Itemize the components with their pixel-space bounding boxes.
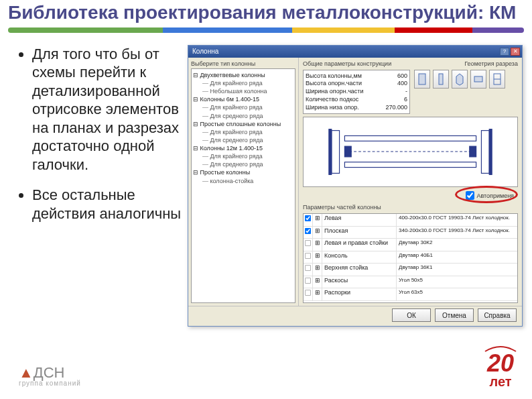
row-name: Распорки xyxy=(322,288,397,300)
parts-grid[interactable]: ⊞Левая400-200x30.0 ГОСТ 19903-74 Лист хо… xyxy=(303,213,518,303)
tree-node[interactable]: Небольшая колонна xyxy=(202,87,293,95)
bullet-item: Для того что бы от схемы перейти к детал… xyxy=(32,45,188,174)
view-top-button[interactable] xyxy=(470,70,486,89)
tree-label: Выберите тип колонны xyxy=(191,60,295,67)
row-checkbox[interactable] xyxy=(305,240,311,246)
parts-label: Параметры частей колонны xyxy=(303,204,518,211)
view-toolbar xyxy=(414,70,518,114)
row-name: Плоская xyxy=(322,227,397,239)
row-name: Консоль xyxy=(322,251,397,264)
tree-node[interactable]: Простые сплошные колонны xyxy=(193,120,293,128)
row-name: Левая xyxy=(322,214,397,226)
row-value: Двутавр 40Б1 xyxy=(397,251,517,264)
table-row[interactable]: ⊞КонсольДвутавр 40Б1 xyxy=(304,251,517,264)
param-row[interactable]: Ширина низа опор.270.000 xyxy=(306,104,407,112)
type-tree[interactable]: Двухветвевые колонныДля крайнего рядаНеб… xyxy=(191,68,295,303)
tree-node[interactable]: Для крайнего ряда xyxy=(202,128,293,136)
tree-node[interactable]: Для среднего ряда xyxy=(202,160,293,168)
table-row[interactable]: ⊞Левая и правая стойкиДвутавр 30К2 xyxy=(304,239,517,251)
row-value: Угол 63x5 xyxy=(397,288,517,300)
tree-node[interactable]: Колонны 12м 1.400-15 xyxy=(193,144,293,152)
row-value: Угол 50x5 xyxy=(397,276,517,288)
titlebar[interactable]: Колонна ? ✕ xyxy=(188,46,522,58)
tree-node[interactable]: Для крайнего ряда xyxy=(202,79,293,87)
svg-rect-3 xyxy=(474,76,482,82)
table-row[interactable]: ⊞Левая400-200x30.0 ГОСТ 19903-74 Лист хо… xyxy=(304,214,517,227)
row-value: 340-200x30.0 ГОСТ 19903-74 Лист холоднок… xyxy=(397,227,517,239)
close-icon[interactable]: ✕ xyxy=(511,48,520,56)
params-label: Общие параметры конструкции xyxy=(303,60,391,67)
svg-marker-2 xyxy=(456,74,463,85)
expand-icon[interactable]: ⊞ xyxy=(313,276,322,288)
svg-rect-8 xyxy=(344,136,476,141)
svg-rect-6 xyxy=(332,131,340,174)
tree-node[interactable]: Колонны 6м 1.400-15 xyxy=(193,95,293,103)
expand-icon[interactable]: ⊞ xyxy=(313,264,322,276)
brand-logo: ▲ДСН группа компаний xyxy=(19,365,81,387)
bullet-list: Для того что бы от схемы перейти к детал… xyxy=(20,45,188,327)
row-value: 400-200x30.0 ГОСТ 19903-74 Лист холоднок… xyxy=(397,214,517,226)
auto-apply-input[interactable] xyxy=(466,191,474,200)
row-checkbox[interactable] xyxy=(305,265,311,271)
title-underline xyxy=(8,27,524,33)
row-name: Левая и правая стойки xyxy=(322,239,397,251)
svg-rect-7 xyxy=(481,131,489,174)
cancel-button[interactable]: Отмена xyxy=(435,308,474,322)
geom-label: Геометрия разреза xyxy=(464,60,518,67)
table-row[interactable]: ⊞Верхняя стойкаДвутавр 36К1 xyxy=(304,264,517,276)
row-checkbox[interactable] xyxy=(305,253,311,259)
expand-icon[interactable]: ⊞ xyxy=(313,214,322,226)
slide-title: Библиотека проектирования металлоконстру… xyxy=(0,0,532,26)
svg-rect-9 xyxy=(344,162,476,168)
auto-apply-label: Автоприменя xyxy=(476,192,514,199)
view-section-button[interactable] xyxy=(489,70,505,89)
row-checkbox[interactable] xyxy=(305,215,311,221)
tree-node[interactable]: Двухветвевые колонны xyxy=(193,71,293,79)
tree-node[interactable]: Для крайнего ряда xyxy=(202,103,293,111)
expand-icon[interactable]: ⊞ xyxy=(313,288,322,300)
dialog-window: Колонна ? ✕ Выберите тип колонны Двухвет… xyxy=(188,45,523,327)
row-checkbox[interactable] xyxy=(305,228,311,234)
row-value: Двутавр 30К2 xyxy=(397,239,517,251)
table-row[interactable]: ⊞Плоская340-200x30.0 ГОСТ 19903-74 Лист … xyxy=(304,227,517,239)
row-name: Верхняя стойка xyxy=(322,264,397,276)
param-row[interactable]: Количество подкос6 xyxy=(306,96,407,104)
ok-button[interactable]: ОК xyxy=(392,308,431,322)
tree-node[interactable]: Для среднего ряда xyxy=(202,112,293,120)
table-row[interactable]: ⊞РаскосыУгол 50x5 xyxy=(304,276,517,289)
dialog-title: Колонна xyxy=(192,48,218,55)
expand-icon[interactable]: ⊞ xyxy=(313,239,322,251)
drawing-preview xyxy=(303,117,518,187)
help-button[interactable]: Справка xyxy=(478,308,517,322)
bullet-item: Все остальные действия аналогичны xyxy=(32,186,188,223)
svg-rect-14 xyxy=(489,129,492,175)
svg-rect-12 xyxy=(470,146,476,157)
param-row[interactable]: Высота опорн.части400 xyxy=(306,80,407,88)
tree-node[interactable]: Для среднего ряда xyxy=(202,136,293,144)
param-row[interactable]: Высота колонны,мм600 xyxy=(306,72,407,80)
table-row[interactable]: ⊞РаспоркиУгол 63x5 xyxy=(304,288,517,301)
param-row[interactable]: Ширина опорн.части- xyxy=(306,88,407,96)
row-value: Двутавр 36К1 xyxy=(397,264,517,276)
tree-node[interactable]: колонна-стойка xyxy=(202,177,293,185)
param-grid[interactable]: Высота колонны,мм600Высота опорн.части40… xyxy=(303,70,410,114)
view-iso-button[interactable] xyxy=(452,70,468,89)
expand-icon[interactable]: ⊞ xyxy=(313,251,322,264)
help-icon[interactable]: ? xyxy=(500,48,509,56)
view-front-button[interactable] xyxy=(414,70,430,89)
view-side-button[interactable] xyxy=(433,70,449,89)
row-name: Раскосы xyxy=(322,276,397,288)
svg-rect-0 xyxy=(419,74,425,84)
anniversary-badge: 20 лет xyxy=(484,345,517,390)
svg-rect-11 xyxy=(344,146,351,157)
svg-rect-13 xyxy=(329,129,332,175)
auto-apply-checkbox[interactable]: Автоприменя xyxy=(466,191,514,200)
tree-node[interactable]: Простые колонны xyxy=(193,168,293,176)
tree-node[interactable]: Для крайнего ряда xyxy=(202,152,293,160)
svg-rect-1 xyxy=(439,74,443,84)
expand-icon[interactable]: ⊞ xyxy=(313,227,322,239)
row-checkbox[interactable] xyxy=(305,290,311,296)
row-checkbox[interactable] xyxy=(305,278,311,284)
